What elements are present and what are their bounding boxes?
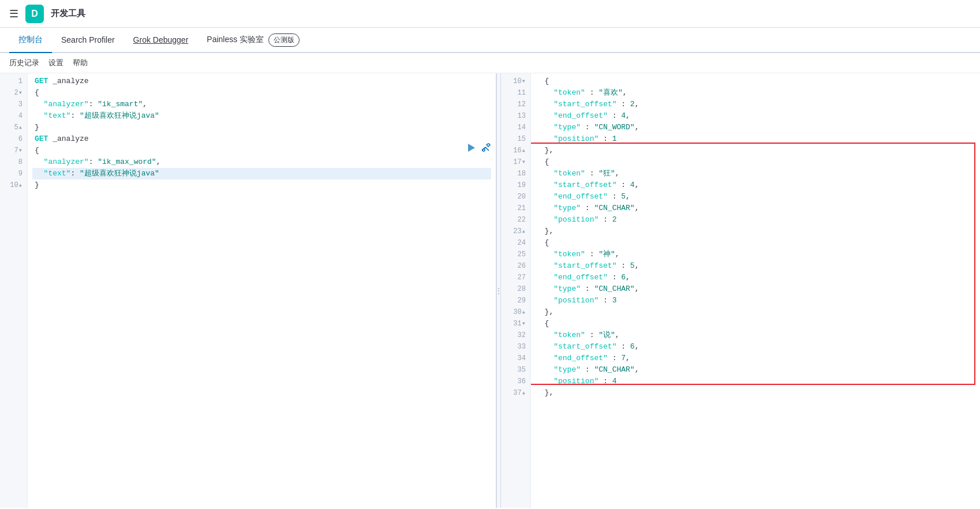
editor-line-7: { bbox=[32, 145, 491, 156]
editor-panel: 1 2▾ 3 4 5▴ 6 7▾ 8 9 10▴ GET _analyze { bbox=[0, 73, 496, 508]
output-line-29: "position" : 3 bbox=[536, 295, 975, 306]
line-numbers: 1 2▾ 3 4 5▴ 6 7▾ 8 9 10▴ bbox=[0, 73, 28, 508]
top-bar: ☰ D 开发工具 bbox=[0, 0, 980, 28]
editor-line-9: "text": "超级喜欢狂神说java" bbox=[32, 168, 491, 179]
nav-tabs: 控制台 Search Profiler Grok Debugger Painle… bbox=[0, 28, 980, 53]
output-line-numbers: 10▾ 11 12 13 14 15 16▴ 17▾ 18 19 20 21 2… bbox=[501, 73, 531, 508]
resize-handle[interactable]: ⋮ bbox=[496, 73, 501, 508]
help-button[interactable]: 帮助 bbox=[73, 58, 88, 68]
output-line-18: "token" : "狂", bbox=[536, 168, 975, 179]
output-line-23: }, bbox=[536, 226, 975, 237]
output-line-11: "token" : "喜欢", bbox=[536, 87, 975, 99]
editor-line-3: "analyzer": "ik_smart", bbox=[32, 99, 491, 110]
svg-point-1 bbox=[482, 149, 485, 151]
output-line-12: "start_offset" : 2, bbox=[536, 99, 975, 110]
output-line-22: "position" : 2 bbox=[536, 214, 975, 226]
editor-icons bbox=[466, 143, 491, 155]
app-title: 开发工具 bbox=[51, 8, 85, 19]
beta-badge: 公测版 bbox=[268, 33, 300, 47]
editor-line-2: { bbox=[32, 87, 491, 99]
tab-grok-debugger[interactable]: Grok Debugger bbox=[124, 28, 198, 53]
output-line-20: "end_offset" : 5, bbox=[536, 191, 975, 203]
output-line-19: "start_offset" : 4, bbox=[536, 179, 975, 191]
tab-search-profiler[interactable]: Search Profiler bbox=[52, 28, 124, 53]
output-content: { "token" : "喜欢", "start_offset" : 2, "e… bbox=[531, 73, 980, 508]
output-line-21: "type" : "CN_CHAR", bbox=[536, 203, 975, 214]
output-line-15: "position" : 1 bbox=[536, 133, 975, 145]
editor-line-5: } bbox=[32, 122, 491, 133]
output-line-30: }, bbox=[536, 306, 975, 318]
editor-line-1: GET _analyze bbox=[32, 76, 491, 87]
output-line-27: "end_offset" : 6, bbox=[536, 272, 975, 283]
hamburger-icon[interactable]: ☰ bbox=[9, 8, 18, 20]
history-button[interactable]: 历史记录 bbox=[9, 58, 39, 68]
editor-line-6: GET _analyze bbox=[32, 133, 491, 145]
svg-marker-0 bbox=[468, 144, 475, 152]
run-button[interactable] bbox=[466, 143, 476, 155]
editor-line-4: "text": "超级喜欢狂神说java" bbox=[32, 110, 491, 122]
output-line-13: "end_offset" : 4, bbox=[536, 110, 975, 122]
code-editor[interactable]: 1 2▾ 3 4 5▴ 6 7▾ 8 9 10▴ GET _analyze { bbox=[0, 73, 496, 508]
settings-button[interactable]: 设置 bbox=[48, 58, 63, 68]
output-line-14: "type" : "CN_WORD", bbox=[536, 122, 975, 133]
toolbar: 历史记录 设置 帮助 bbox=[0, 53, 980, 73]
editor-line-10: } bbox=[32, 179, 491, 191]
logo-letter: D bbox=[31, 9, 38, 19]
output-line-31: { bbox=[536, 318, 975, 330]
tools-button[interactable] bbox=[481, 143, 491, 155]
output-line-25: "token" : "神", bbox=[536, 249, 975, 260]
output-line-36: "position" : 4 bbox=[536, 376, 975, 387]
app-logo: D bbox=[25, 5, 44, 23]
output-line-24: { bbox=[536, 237, 975, 249]
output-line-16: }, bbox=[536, 145, 975, 156]
output-line-28: "type" : "CN_CHAR", bbox=[536, 283, 975, 295]
code-content[interactable]: GET _analyze { "analyzer": "ik_smart", "… bbox=[28, 73, 496, 508]
output-line-35: "type" : "CN_CHAR", bbox=[536, 364, 975, 376]
main-content: 1 2▾ 3 4 5▴ 6 7▾ 8 9 10▴ GET _analyze { bbox=[0, 73, 980, 508]
tab-painless[interactable]: Painless 实验室 公测版 bbox=[197, 28, 309, 53]
output-line-32: "token" : "说", bbox=[536, 330, 975, 341]
output-line-17: { bbox=[536, 156, 975, 168]
tab-console[interactable]: 控制台 bbox=[9, 28, 52, 53]
output-line-34: "end_offset" : 7, bbox=[536, 353, 975, 364]
output-line-33: "start_offset" : 6, bbox=[536, 341, 975, 353]
editor-line-8: "analyzer": "ik_max_word", bbox=[32, 156, 491, 168]
output-line-37: }, bbox=[536, 387, 975, 399]
output-panel: 10▾ 11 12 13 14 15 16▴ 17▾ 18 19 20 21 2… bbox=[501, 73, 980, 508]
output-line-10: { bbox=[536, 76, 975, 87]
output-code: 10▾ 11 12 13 14 15 16▴ 17▾ 18 19 20 21 2… bbox=[501, 73, 980, 508]
output-line-26: "start_offset" : 5, bbox=[536, 260, 975, 272]
